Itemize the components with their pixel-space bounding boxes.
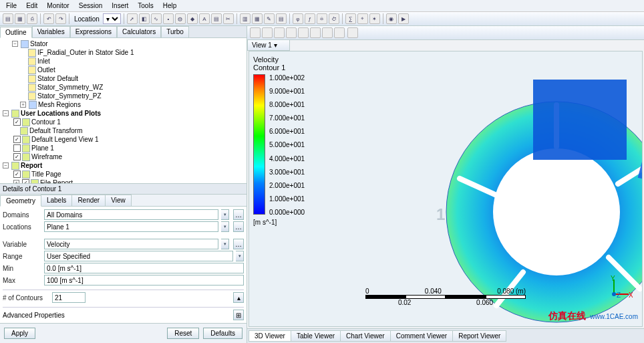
min-input[interactable]: 0.0 [m s^-1] bbox=[44, 263, 244, 273]
subtab-render[interactable]: Render bbox=[71, 195, 106, 206]
location-select[interactable]: ▾ bbox=[103, 13, 121, 24]
tree-mesh-regions[interactable]: Mesh Regions bbox=[38, 100, 81, 109]
volume-icon[interactable]: ◍ bbox=[175, 13, 186, 24]
collapse-icon[interactable]: − bbox=[3, 162, 9, 168]
tree-stator[interactable]: Stator bbox=[30, 39, 48, 48]
timestep-icon[interactable]: ⏱ bbox=[329, 13, 339, 24]
dropdown-icon[interactable]: ▾ bbox=[221, 209, 229, 220]
tree-contour1[interactable]: Contour 1 bbox=[31, 118, 61, 126]
dropdown-icon[interactable]: ▾ bbox=[236, 251, 244, 261]
tab-chartviewer[interactable]: Chart Viewer bbox=[340, 330, 391, 342]
variable-icon[interactable]: φ bbox=[293, 13, 303, 24]
checkbox-icon[interactable] bbox=[13, 144, 21, 152]
view-dd-icon[interactable] bbox=[347, 27, 358, 38]
viewport[interactable]: Velocity Contour 1 1.000e+002 9.000e+001… bbox=[249, 51, 643, 327]
tab-3dviewer[interactable]: 3D Viewer bbox=[249, 330, 291, 342]
tab-turbo[interactable]: Turbo bbox=[161, 26, 189, 37]
iso-icon[interactable]: ◆ bbox=[187, 13, 198, 24]
particle-icon[interactable]: • bbox=[163, 13, 174, 24]
highlight-icon[interactable] bbox=[334, 27, 345, 38]
menu-tools[interactable]: Tools bbox=[136, 1, 155, 10]
subtab-geometry[interactable]: Geometry bbox=[0, 195, 41, 207]
chart-icon[interactable]: ▥ bbox=[240, 13, 251, 24]
fit-icon[interactable] bbox=[310, 27, 321, 38]
tree-user-locations[interactable]: User Locations and Plots bbox=[21, 109, 101, 118]
advanced-properties[interactable]: Advanced Properties bbox=[3, 312, 65, 319]
dropdown-icon[interactable]: ▾ bbox=[221, 239, 229, 249]
undo-icon[interactable]: ↶ bbox=[43, 13, 54, 24]
probe-icon[interactable]: ⌖ bbox=[357, 13, 368, 24]
ellipsis-button[interactable]: … bbox=[233, 209, 244, 220]
macro-icon[interactable]: ⚛ bbox=[317, 13, 327, 24]
clip-icon[interactable]: ✂ bbox=[223, 13, 234, 24]
variable-input[interactable]: Velocity bbox=[44, 239, 218, 249]
snapshot-icon[interactable]: ◉ bbox=[386, 13, 397, 24]
tree-inlet[interactable]: Inlet bbox=[37, 57, 50, 66]
subtab-labels[interactable]: Labels bbox=[41, 195, 72, 206]
menu-help[interactable]: Help bbox=[161, 1, 179, 10]
outline-tree[interactable]: −Stator IF_Radial_Outer in Stator Side 1… bbox=[0, 38, 247, 183]
open-icon[interactable]: ▤ bbox=[3, 13, 13, 24]
collapse-icon[interactable]: − bbox=[3, 110, 9, 116]
tab-commentviewer[interactable]: Comment Viewer bbox=[390, 330, 454, 342]
defaults-button[interactable]: Defaults bbox=[203, 328, 243, 339]
vector-icon[interactable]: ➚ bbox=[127, 13, 138, 24]
ellipsis-button[interactable]: … bbox=[233, 221, 244, 232]
calc-icon[interactable]: ∑ bbox=[345, 13, 356, 24]
expand-icon[interactable]: ⊞ bbox=[233, 310, 244, 320]
report-icon[interactable]: ▤ bbox=[276, 13, 287, 24]
tab-expressions[interactable]: Expressions bbox=[70, 26, 117, 37]
contours-input[interactable]: 21 bbox=[52, 292, 86, 303]
tab-reportviewer[interactable]: Report Viewer bbox=[452, 330, 506, 342]
menu-insert[interactable]: Insert bbox=[110, 1, 130, 10]
contour-icon[interactable]: ◧ bbox=[139, 13, 150, 24]
legend-icon[interactable]: ▤ bbox=[211, 13, 222, 24]
tree-outlet[interactable]: Outlet bbox=[37, 66, 55, 74]
subtab-view[interactable]: View bbox=[105, 195, 132, 206]
tab-calculators[interactable]: Calculators bbox=[117, 26, 161, 37]
tree-if-radial[interactable]: IF_Radial_Outer in Stator Side 1 bbox=[37, 48, 134, 57]
zoom-icon[interactable] bbox=[286, 27, 297, 38]
streamline-icon[interactable]: ∿ bbox=[151, 13, 162, 24]
tab-tableviewer[interactable]: Table Viewer bbox=[291, 330, 341, 342]
reset-button[interactable]: Reset bbox=[167, 328, 199, 339]
print-icon[interactable]: ⎙ bbox=[27, 13, 37, 24]
tree-title-page[interactable]: Title Page bbox=[31, 170, 61, 179]
expand-icon[interactable]: + bbox=[20, 102, 26, 108]
domains-input[interactable]: All Domains bbox=[44, 209, 218, 220]
range-input[interactable]: User Specified bbox=[44, 251, 233, 261]
pan-icon[interactable] bbox=[274, 27, 285, 38]
view-tab[interactable]: View 1 ▾ bbox=[247, 40, 290, 51]
turbo-icon[interactable]: ✶ bbox=[369, 13, 380, 24]
ellipsis-button[interactable]: … bbox=[233, 239, 244, 249]
menu-edit[interactable]: Edit bbox=[24, 1, 39, 10]
zoombox-icon[interactable] bbox=[298, 27, 309, 38]
tree-sym-wz[interactable]: Stator_Symmetry_WZ bbox=[37, 83, 103, 92]
tree-default-transform[interactable]: Default Transform bbox=[29, 126, 82, 135]
rotate-icon[interactable] bbox=[262, 27, 273, 38]
refresh-icon[interactable] bbox=[322, 27, 333, 38]
tree-default-legend[interactable]: Default Legend View 1 bbox=[31, 135, 98, 144]
save-icon[interactable]: ▦ bbox=[15, 13, 25, 24]
menu-file[interactable]: File bbox=[4, 1, 19, 10]
checkbox-icon[interactable]: ✓ bbox=[13, 136, 21, 143]
max-input[interactable]: 100 [m s^-1] bbox=[44, 275, 244, 285]
collapse-icon[interactable]: − bbox=[12, 41, 18, 47]
checkbox-icon[interactable]: ✓ bbox=[13, 118, 21, 126]
tree-wireframe[interactable]: Wireframe bbox=[31, 152, 62, 161]
tree-stator-default[interactable]: Stator Default bbox=[37, 74, 78, 83]
dropdown-icon[interactable]: ▾ bbox=[221, 221, 229, 232]
stepper-icon[interactable]: ▴ bbox=[233, 292, 244, 303]
tab-outline[interactable]: Outline bbox=[0, 27, 32, 38]
checkbox-icon[interactable]: ✓ bbox=[13, 170, 21, 178]
table-icon[interactable]: ▦ bbox=[252, 13, 263, 24]
apply-button[interactable]: Apply bbox=[4, 328, 35, 339]
tree-file-report[interactable]: File Report bbox=[40, 179, 73, 183]
checkbox-icon[interactable]: ✓ bbox=[13, 153, 21, 160]
tree-sym-pz[interactable]: Stator_Symmetry_PZ bbox=[37, 92, 102, 100]
tree-report[interactable]: Report bbox=[21, 161, 42, 170]
tab-variables[interactable]: Variables bbox=[32, 26, 70, 37]
text-icon[interactable]: A bbox=[199, 13, 210, 24]
menu-monitor[interactable]: Monitor bbox=[45, 1, 71, 10]
select-icon[interactable] bbox=[250, 27, 261, 38]
